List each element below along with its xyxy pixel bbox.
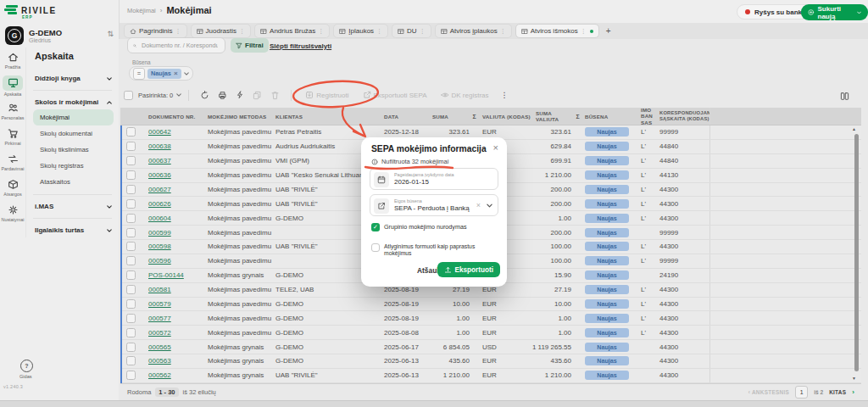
row-checkbox[interactable] — [126, 371, 136, 380]
row-checkbox[interactable] — [126, 214, 136, 223]
breadcrumb-parent[interactable]: Mokėjimai — [127, 7, 156, 14]
row-checkbox[interactable] — [126, 314, 136, 323]
clear-field-icon[interactable]: × — [476, 201, 481, 209]
tab-menu-icon[interactable]: ⋮ — [376, 28, 382, 35]
tab-menu-icon[interactable]: ⋮ — [175, 28, 181, 35]
sidebar-group-imas[interactable]: i.MAS — [33, 199, 119, 214]
tab-pagrindinis[interactable]: Pagrindinis⋮ — [124, 24, 187, 38]
col-busena[interactable]: BŪSENA — [583, 108, 637, 125]
next-page-button[interactable]: KITAS — [829, 389, 846, 395]
tab-menu-icon[interactable]: ⋮ — [239, 28, 245, 35]
close-icon[interactable]: × — [493, 142, 498, 153]
add-tab-button[interactable]: + — [603, 24, 615, 38]
table-row[interactable]: 000572 Mokėjimas pavedimu G-DEMO 2025-08… — [120, 326, 861, 340]
sidebar-group-skolos[interactable]: Skolos ir mokėjimai — [33, 95, 119, 109]
rail-item-pradzia[interactable]: Pradžia — [0, 47, 25, 73]
table-row[interactable]: 000562 Mokėjimas grynais UAB "RIVILĖ" 20… — [120, 369, 861, 383]
select-all-checkbox[interactable] — [124, 91, 133, 100]
document-link[interactable]: 000598 — [148, 243, 171, 250]
row-checkbox[interactable] — [126, 343, 136, 352]
tab-juodrastis[interactable]: Juodrastis⋮ — [191, 24, 251, 38]
sidebar-item-skolu-registras[interactable]: Skolų registras — [33, 158, 119, 174]
table-row[interactable]: 000565 Mokėjimas grynais G-DEMO 2025-06-… — [120, 340, 861, 354]
salary-format-checkbox-row[interactable]: Atlyginimus formuoti kaip paprastus mokė… — [371, 243, 497, 258]
scroll-down-icon[interactable]: ▼ — [852, 376, 856, 381]
tab-menu-icon[interactable]: ⋮ — [500, 28, 506, 35]
scrollbar-thumb[interactable] — [854, 134, 859, 371]
export-button[interactable]: Eksportuoti — [437, 262, 501, 277]
document-link[interactable]: 000579 — [148, 300, 171, 308]
tab-menu-icon[interactable]: ⋮ — [318, 28, 324, 35]
help-guide[interactable]: ? Gidas v1.240.3 — [0, 360, 51, 389]
row-checkbox[interactable] — [126, 299, 136, 309]
search-input[interactable] — [140, 41, 220, 50]
rail-item-apskaita[interactable]: Apskaita — [0, 73, 25, 98]
filters-button[interactable]: Filtrai — [231, 38, 269, 53]
row-checkbox[interactable] — [126, 285, 136, 294]
more-actions-icon[interactable]: ⋮ — [501, 91, 509, 99]
group-payment-checkbox-row[interactable]: ✓ Grupinio mokėjimo nurodymas — [371, 223, 466, 231]
document-link[interactable]: 000599 — [148, 229, 171, 237]
sidebar-item-ataskaitos[interactable]: Ataskaitos — [33, 174, 119, 190]
rail-item-atsargos[interactable]: Atsargos — [0, 175, 25, 200]
tab-andrius-bruzas[interactable]: Andrius Bružas⋮ — [254, 24, 330, 38]
rail-item-nustatymai[interactable]: Nustatymai — [0, 200, 25, 226]
sidebar-group-ilgalaikis-turtas[interactable]: Ilgalaikis turtas — [33, 223, 119, 237]
progress-status-field[interactable]: Eigos būsena SEPA - Perduota į Banką × — [370, 194, 498, 216]
sidebar-item-mokejimai[interactable]: Mokėjimai — [33, 109, 114, 125]
row-checkbox[interactable] — [126, 228, 136, 237]
document-link[interactable]: 000577 — [148, 315, 171, 322]
dk-register-button[interactable]: DK registras — [441, 91, 489, 99]
document-link[interactable]: 000562 — [148, 371, 171, 379]
document-link[interactable]: 000565 — [148, 343, 171, 351]
print-button[interactable] — [218, 91, 227, 100]
workspace-switcher[interactable]: G G-DEMO Giedrius ⇅ — [5, 26, 114, 47]
document-link[interactable]: 000572 — [148, 329, 171, 337]
refresh-button[interactable] — [200, 91, 209, 100]
rail-item-pardavimai[interactable]: Pardavimai — [0, 149, 25, 175]
tab-atviros-iplaukos[interactable]: Atviros įplaukos⋮ — [435, 24, 512, 38]
row-checkbox[interactable] — [126, 270, 136, 280]
row-checkbox[interactable] — [126, 256, 136, 265]
hide-filters-link[interactable]: Slėpti filtrus — [270, 42, 309, 50]
col-klientas[interactable]: KLIENTAS — [272, 108, 381, 125]
clear-filters-link[interactable]: Išvalyti — [309, 42, 331, 50]
sum-sigma-icon[interactable]: Σ — [576, 114, 580, 120]
current-page-button[interactable]: 1 — [795, 386, 808, 399]
copy-button[interactable] — [253, 91, 262, 100]
execution-date-field[interactable]: Pageidaujama įvykdymo data 2026-01-15 — [370, 168, 498, 190]
checkbox-checked-icon[interactable]: ✓ — [371, 223, 380, 231]
document-link[interactable]: 000581 — [148, 286, 171, 293]
col-koresponduojanti-saskaita[interactable]: KORESPONDUOJANTI SĄSKAITA (KODAS) — [656, 108, 710, 125]
previous-page-button[interactable]: ‹ ANKSTESNIS — [748, 389, 789, 395]
tab-du[interactable]: DU⋮ — [392, 24, 431, 38]
row-checkbox[interactable] — [126, 328, 136, 337]
document-link[interactable]: 000626 — [148, 200, 171, 208]
row-checkbox[interactable] — [126, 127, 136, 137]
delete-button[interactable] — [270, 91, 280, 100]
document-link[interactable]: 000642 — [148, 128, 171, 136]
document-link[interactable]: 000638 — [148, 142, 171, 150]
col-data[interactable]: DATA — [381, 108, 429, 125]
document-link[interactable]: 000636 — [148, 171, 171, 179]
create-new-button[interactable]: Sukurti naują — [801, 4, 868, 20]
tab-menu-icon[interactable]: ⋮ — [420, 28, 426, 35]
row-checkbox[interactable] — [126, 242, 136, 251]
chevron-down-icon[interactable] — [176, 92, 181, 98]
export-sepa-button[interactable]: Eksportuoti SEPA — [363, 91, 427, 99]
col-suma-valiuta[interactable]: SUMA VALIUTA Σ — [532, 108, 583, 125]
row-checkbox[interactable] — [126, 170, 136, 180]
sidebar-item-skolu-dokumentai[interactable]: Skolų dokumentai — [33, 125, 119, 142]
sidebar-group-didzioji-knyga[interactable]: Didžioji knyga — [33, 71, 119, 86]
remove-chip-icon[interactable]: × — [174, 70, 178, 77]
table-row[interactable]: 000579 Mokėjimas pavedimu G-DEMO 2025-08… — [120, 298, 861, 312]
scroll-up-icon[interactable]: ▲ — [852, 126, 856, 131]
document-link[interactable]: 000627 — [148, 186, 171, 193]
search-box[interactable] — [127, 37, 225, 53]
document-link[interactable]: POS-00144 — [148, 271, 184, 279]
column-settings-button[interactable] — [840, 92, 849, 101]
row-checkbox[interactable] — [126, 142, 136, 151]
col-valiuta[interactable]: VALIUTA (KODAS) — [480, 108, 532, 125]
row-checkbox[interactable] — [126, 185, 136, 194]
status-filter-chip[interactable]: Naujas × — [147, 69, 181, 79]
